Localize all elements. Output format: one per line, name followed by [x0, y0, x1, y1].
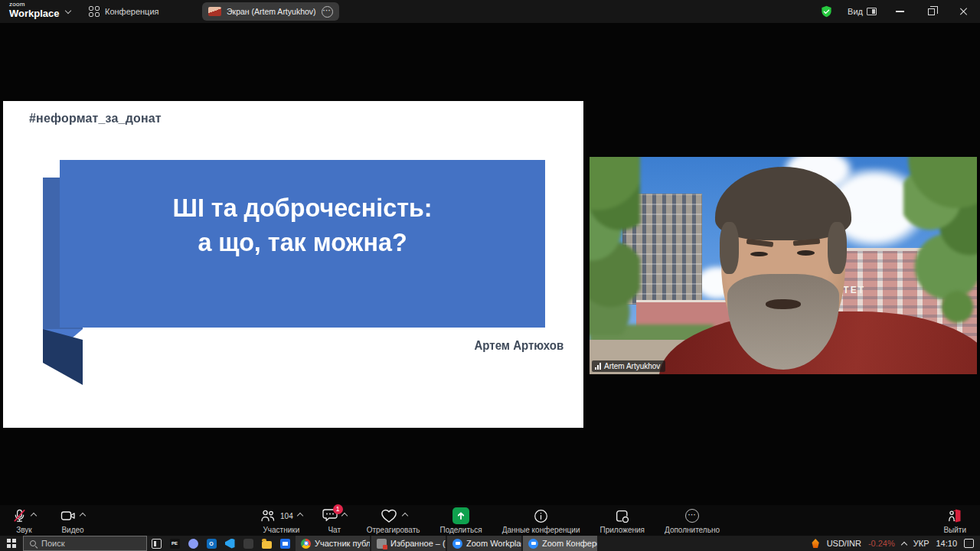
- chrome-icon: [301, 539, 311, 549]
- participants-button[interactable]: 104 Участники: [260, 508, 302, 534]
- heart-icon: [380, 508, 398, 523]
- task-view-icon: [152, 539, 162, 549]
- leave-label: Выйти: [943, 526, 966, 534]
- mic-muted-icon: [12, 509, 27, 523]
- meeting-info-label: Данные конференции: [502, 526, 580, 534]
- info-icon: [534, 509, 548, 523]
- chat-button[interactable]: 1 Чат: [322, 508, 347, 534]
- apps-button[interactable]: Приложения: [599, 508, 645, 534]
- minimize-button[interactable]: [896, 11, 904, 11]
- notification-center-icon[interactable]: [964, 539, 974, 548]
- taskbar-window-chrome-1[interactable]: Участник публикац...: [296, 536, 370, 551]
- window-title: Избранное – (1196): [390, 539, 446, 548]
- toolbar-right-group: Выйти: [943, 508, 966, 534]
- presenter-eye: [797, 250, 815, 256]
- app-vscode-button[interactable]: [220, 536, 239, 551]
- tab-screen-label: Экран (Artem Artyukhov): [227, 7, 316, 16]
- titlebar-right: Вид: [820, 0, 972, 23]
- slide-title-line1: ШІ та доброчесність:: [72, 191, 533, 225]
- presenter: [590, 157, 977, 374]
- slide-hashtag: #неформат_за_донат: [29, 111, 162, 126]
- tab-meeting-label: Конференция: [105, 7, 158, 16]
- pinned-app-icons: PE O: [147, 536, 294, 551]
- app-outlook-button[interactable]: O: [202, 536, 220, 551]
- keyboard-language[interactable]: УКР: [913, 539, 929, 548]
- participants-label: Участники: [263, 526, 299, 534]
- slide-author: Артем Артюхов: [474, 339, 564, 353]
- tab-more-icon[interactable]: [322, 6, 333, 18]
- meeting-info-button[interactable]: Данные конференции: [502, 508, 580, 534]
- webcam-video-tile[interactable]: ТЕТ Artem Artyukhov: [590, 157, 977, 374]
- meeting-grid-icon: [89, 6, 100, 17]
- file-explorer-button[interactable]: [257, 536, 276, 551]
- participants-count: 104: [280, 512, 293, 520]
- window-title: Zoom Workplace: [466, 539, 521, 548]
- logo-text-zoom: zoom: [9, 2, 60, 8]
- taskbar-window-zoom-meeting[interactable]: Zoom Конференция: [523, 536, 597, 551]
- view-layout-icon: [867, 8, 877, 15]
- presenter-hair-side: [828, 222, 847, 274]
- chat-label: Чат: [328, 526, 341, 534]
- video-options-chevron-icon[interactable]: [80, 513, 86, 519]
- leave-button[interactable]: Выйти: [943, 508, 966, 534]
- react-button[interactable]: Отреагировать: [367, 508, 420, 534]
- search-placeholder: Поиск: [41, 539, 64, 548]
- presenter-hair-side: [720, 222, 739, 274]
- signal-bars-icon: [595, 363, 601, 370]
- system-tray: USD/INR -0.24% УКР 14:10: [812, 539, 980, 548]
- task-view-button[interactable]: [147, 536, 165, 551]
- logo-text-workplace: Workplace: [9, 8, 60, 18]
- tab-screen-share[interactable]: Экран (Artem Artyukhov): [202, 2, 339, 21]
- tab-meeting[interactable]: Конференция: [89, 0, 158, 23]
- participant-nameplate: Artem Artyukhov: [592, 360, 665, 372]
- share-button[interactable]: Поделиться: [439, 508, 482, 534]
- audio-label: Звук: [16, 526, 32, 534]
- taskbar-window-zoom-workplace[interactable]: Zoom Workplace: [447, 536, 521, 551]
- video-button[interactable]: Видео: [60, 508, 85, 534]
- toolbar-center-group: 104 Участники 1 Чат: [260, 508, 720, 534]
- ticker-flame-icon[interactable]: [812, 539, 820, 548]
- react-label: Отреагировать: [367, 526, 420, 534]
- close-button[interactable]: [959, 7, 968, 16]
- clock[interactable]: 14:10: [936, 539, 957, 548]
- security-shield-icon[interactable]: [820, 5, 833, 18]
- chat-chevron-icon[interactable]: [341, 513, 347, 519]
- tray-expand-chevron-icon[interactable]: [900, 541, 906, 547]
- more-label: Дополнительно: [665, 526, 720, 534]
- audio-button[interactable]: Звук: [12, 508, 36, 534]
- view-button[interactable]: Вид: [848, 7, 877, 16]
- app-blue-button[interactable]: [276, 536, 294, 551]
- apps-label: Приложения: [599, 526, 645, 534]
- start-button[interactable]: [0, 536, 23, 551]
- zoom-app-icon: [528, 539, 538, 549]
- currency-ticker[interactable]: USD/INR: [827, 539, 861, 548]
- messenger-app-icon: [188, 539, 198, 549]
- more-button[interactable]: Дополнительно: [665, 508, 720, 534]
- favorites-app-icon: [377, 539, 387, 549]
- audio-options-chevron-icon[interactable]: [31, 513, 37, 519]
- zoom-app-icon: [452, 539, 462, 549]
- app-unknown-button[interactable]: [239, 536, 257, 551]
- restore-button[interactable]: [928, 8, 935, 15]
- pe-app-icon: PE: [170, 539, 180, 549]
- share-screen-icon: [452, 507, 469, 524]
- slide-title: ШІ та доброчесність: а що, так можна?: [72, 191, 533, 259]
- search-icon: [30, 540, 36, 546]
- screen-thumbnail-icon: [208, 7, 221, 16]
- participants-chevron-icon[interactable]: [296, 513, 302, 519]
- zoom-workplace-logo: zoom Workplace: [9, 2, 60, 18]
- app-pe-button[interactable]: PE: [165, 536, 184, 551]
- react-chevron-icon[interactable]: [401, 513, 407, 519]
- taskbar-window-favorites[interactable]: Избранное – (1196): [371, 536, 446, 551]
- outlook-icon: O: [207, 539, 217, 549]
- meeting-toolbar: Звук Видео: [0, 505, 980, 536]
- zoom-app-window: zoom Workplace Конференция Экран (Artem …: [0, 0, 980, 551]
- chevron-down-icon[interactable]: [65, 8, 71, 14]
- share-label: Поделиться: [439, 526, 482, 534]
- app-messenger-button[interactable]: [184, 536, 202, 551]
- slide-title-box: ШІ та доброчесність: а що, так можна?: [60, 160, 545, 328]
- leave-door-icon: [947, 508, 962, 523]
- taskbar-search-input[interactable]: Поиск: [23, 536, 147, 551]
- dim-app-icon: [243, 539, 253, 549]
- windows-logo-icon: [7, 539, 16, 548]
